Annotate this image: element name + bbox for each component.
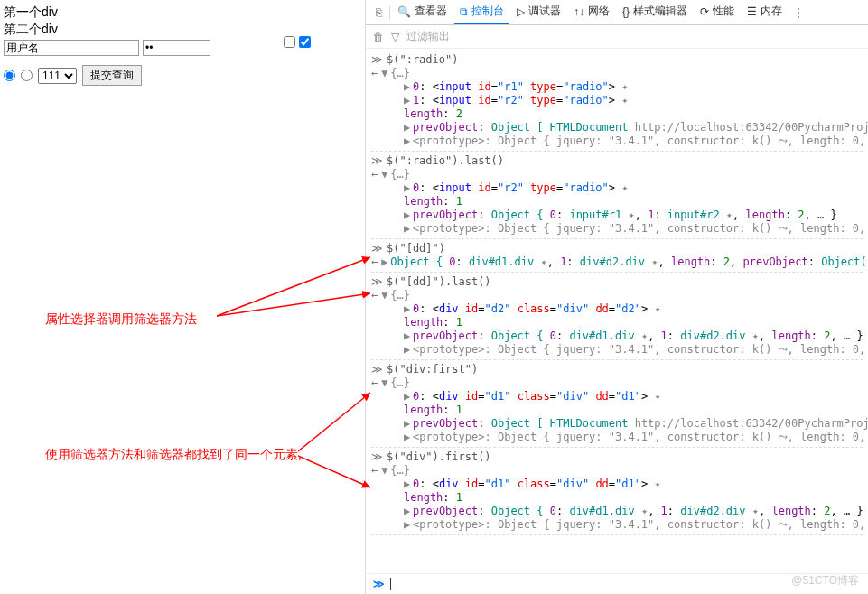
radio-1[interactable] (4, 70, 15, 81)
checkbox-2[interactable] (299, 36, 311, 48)
devtools: ⎘ 🔍查看器 ⧉控制台 ▷调试器 ↑↓网络 {}样式编辑器 ⟳性能 ☰内存 ⋮ … (366, 0, 868, 594)
checkbox-1[interactable] (284, 36, 295, 48)
more-icon[interactable]: ⋮ (789, 6, 807, 19)
clear-icon[interactable]: 🗑 (373, 31, 384, 43)
tab-inspector[interactable]: 🔍查看器 (392, 0, 453, 24)
inspector-icon: 🔍 (397, 5, 411, 18)
cursor (390, 578, 391, 590)
debugger-icon: ▷ (517, 5, 525, 18)
tab-style[interactable]: {}样式编辑器 (617, 0, 693, 24)
filter-icon[interactable]: ▽ (391, 31, 399, 43)
tab-performance[interactable]: ⟳性能 (695, 0, 740, 24)
console-block: ≫$("[dd]").last() ←▼{…} ▶0: <div id="d2"… (371, 273, 863, 360)
arrow-2 (217, 289, 379, 325)
dock-icon[interactable]: ⎘ (369, 6, 387, 19)
page-content: 第一个div 第二个div 111 提交查询 属性选择器调用筛选器方法 使用筛选… (0, 0, 366, 594)
tab-console[interactable]: ⧉控制台 (454, 0, 509, 24)
annotation-1: 属性选择器调用筛选器方法 (45, 311, 197, 328)
radio-2[interactable] (21, 70, 33, 81)
console-block: ≫$("[dd]") ←▶Object { 0: div#d1.div ✦, 1… (371, 239, 863, 273)
checkbox-row (284, 36, 311, 48)
console-block: ≫$(":radio").last() ←▼{…} ▶0: <input id=… (371, 152, 863, 239)
prompt-icon: ≫ (373, 578, 385, 590)
memory-icon: ☰ (747, 5, 757, 18)
style-icon: {} (622, 5, 630, 18)
tab-memory[interactable]: ☰内存 (742, 0, 788, 24)
devtools-tabs: ⎘ 🔍查看器 ⧉控制台 ▷调试器 ↑↓网络 {}样式编辑器 ⟳性能 ☰内存 ⋮ (366, 0, 868, 25)
annotation-2: 使用筛选器方法和筛选器都找到了同一个元素, (45, 447, 302, 463)
username-input[interactable] (4, 40, 139, 56)
svg-line-0 (217, 257, 370, 316)
tab-network[interactable]: ↑↓网络 (568, 0, 615, 24)
arrow-1 (217, 253, 379, 325)
select-dropdown[interactable]: 111 (38, 68, 77, 84)
console-block: ≫$("div:first") ←▼{…} ▶0: <div id="d1" c… (371, 360, 863, 448)
watermark: @51CTO博客 (791, 573, 859, 589)
console-output[interactable]: ≫$(":radio") ←▼{…} ▶0: <input id="r1" ty… (366, 49, 868, 573)
console-toolbar: 🗑 ▽ 过滤输出 (366, 25, 868, 49)
console-block: ≫$(":radio") ←▼{…} ▶0: <input id="r1" ty… (371, 51, 863, 152)
form-row: 111 提交查询 (4, 65, 361, 86)
password-input[interactable] (143, 40, 210, 56)
svg-line-3 (298, 456, 370, 487)
filter-placeholder[interactable]: 过滤输出 (406, 29, 450, 44)
svg-line-1 (217, 293, 370, 316)
svg-line-2 (298, 393, 370, 451)
network-icon: ↑↓ (574, 5, 584, 18)
tab-debugger[interactable]: ▷调试器 (511, 0, 566, 24)
console-icon: ⧉ (460, 5, 468, 18)
console-block: ≫$("div").first() ←▼{…} ▶0: <div id="d1"… (371, 448, 863, 535)
div1-text: 第一个div (4, 5, 361, 21)
perf-icon: ⟳ (700, 5, 709, 18)
submit-button[interactable]: 提交查询 (82, 65, 142, 86)
